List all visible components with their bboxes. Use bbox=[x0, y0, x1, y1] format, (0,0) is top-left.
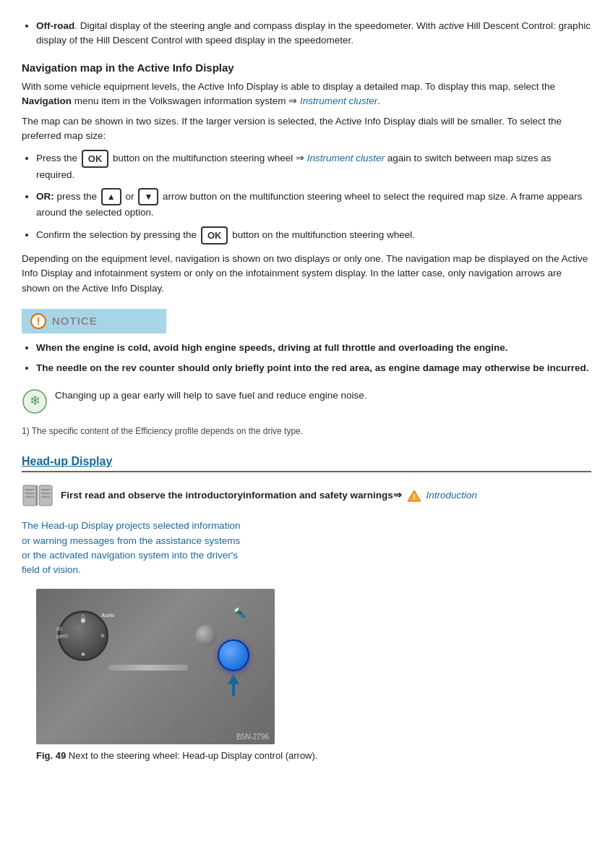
headlight-icon: 🔦 bbox=[233, 607, 246, 618]
tip-icon: ❄ bbox=[22, 388, 48, 414]
svg-rect-2 bbox=[23, 485, 36, 506]
arrow-down-button: ▼ bbox=[138, 188, 158, 205]
left-controls: #0 0F bbox=[56, 626, 62, 639]
notice-content: When the engine is cold, avoid high engi… bbox=[22, 341, 591, 376]
blue-hud-button[interactable] bbox=[218, 639, 249, 671]
notice-icon: ! bbox=[30, 313, 46, 329]
safety-text: First read and observe the introductoryi… bbox=[61, 489, 477, 502]
hud-section-title: Head-up Display bbox=[22, 455, 591, 472]
fig-container: O ✱ #D ⊗ 🔦 Auto #0 0 bbox=[29, 589, 591, 763]
svg-rect-3 bbox=[39, 485, 52, 506]
nav-para3: Depending on the equipment level, naviga… bbox=[22, 252, 591, 296]
auto-text: Auto bbox=[101, 612, 114, 618]
hud-summary: The Head-up Display projects selected in… bbox=[22, 519, 246, 577]
nav-para1: With some vehicle equipment levels, the … bbox=[22, 80, 591, 109]
introduction-link[interactable]: Introduction bbox=[426, 490, 477, 501]
instrument-cluster-link-2[interactable]: Instrument cluster bbox=[307, 153, 385, 163]
nav-bullet-3: Confirm the selection by pressing the OK… bbox=[36, 226, 591, 245]
offroad-item: Off-road. Digital display of the steerin… bbox=[36, 19, 591, 48]
safety-header: First read and observe the introductoryi… bbox=[22, 482, 591, 509]
small-knob bbox=[195, 625, 217, 647]
arrow-indicator bbox=[226, 674, 241, 698]
tip-text: Changing up a gear early will help to sa… bbox=[55, 388, 367, 403]
notice-box: ! NOTICE When the engine is cold, avoid … bbox=[22, 309, 591, 376]
warning-triangle-icon: ! bbox=[407, 489, 421, 502]
instrument-cluster-link-1[interactable]: Instrument cluster bbox=[300, 95, 377, 106]
footnote-text: 1) The specific content of the Efficienc… bbox=[22, 425, 591, 438]
notice-title: NOTICE bbox=[52, 315, 98, 327]
ok-button-inline-1: OK bbox=[82, 150, 109, 169]
svg-text:❄: ❄ bbox=[30, 393, 40, 408]
nav-bullets: Press the OK button on the multifunction… bbox=[36, 150, 591, 245]
watermark-text: B5N-2796 bbox=[236, 733, 269, 741]
hud-content: The Head-up Display projects selected in… bbox=[22, 519, 591, 589]
notice-bullet-1: When the engine is cold, avoid high engi… bbox=[36, 341, 591, 355]
offroad-bold: Off-road bbox=[36, 20, 74, 31]
ok-button-inline-2: OK bbox=[201, 226, 228, 245]
svg-text:!: ! bbox=[413, 493, 415, 501]
panel-background: O ✱ #D ⊗ 🔦 Auto #0 0 bbox=[36, 589, 275, 744]
nav-bullet-2: OR: press the ▲ or ▼ arrow button on the… bbox=[36, 188, 591, 220]
fig-caption: Fig. 49 Next to the steering wheel: Head… bbox=[36, 749, 591, 763]
notice-bullet-2: The needle on the rev counter should onl… bbox=[36, 361, 591, 375]
arrow-up-button: ▲ bbox=[101, 188, 121, 205]
svg-marker-13 bbox=[228, 674, 239, 696]
tip-row: ❄ Changing up a gear early will help to … bbox=[22, 388, 591, 414]
book-icon bbox=[22, 482, 53, 509]
nav-bullet-1: Press the OK button on the multifunction… bbox=[36, 150, 591, 183]
notice-header: ! NOTICE bbox=[22, 309, 166, 333]
stalk bbox=[108, 665, 188, 671]
nav-para2: The map can be shown in two sizes. If th… bbox=[22, 114, 591, 144]
offroad-text: . Digital display of the steering angle … bbox=[74, 20, 439, 31]
nav-section-title: Navigation map in the Active Info Displa… bbox=[22, 61, 591, 74]
fig-image: O ✱ #D ⊗ 🔦 Auto #0 0 bbox=[36, 589, 275, 744]
offroad-italic: active bbox=[439, 20, 464, 31]
